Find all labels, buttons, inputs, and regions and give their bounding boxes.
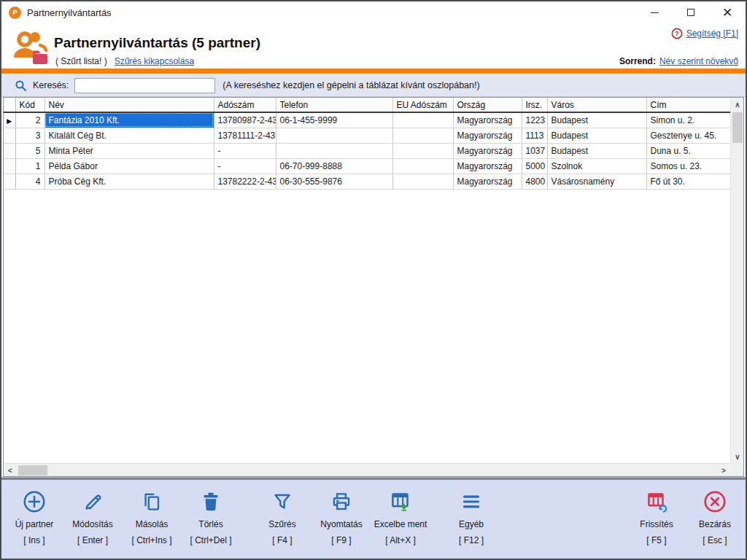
horizontal-scroll-thumb[interactable]	[18, 465, 47, 475]
cell-orszag: Magyarország	[453, 143, 522, 158]
trash-icon	[198, 489, 224, 515]
copy-icon	[139, 489, 165, 515]
row-selector	[4, 174, 15, 189]
cell-adoszam: -	[214, 143, 276, 158]
cell-telefon: 06-70-999-8888	[276, 158, 392, 174]
table-row[interactable]: 1 Példa Gábor - 06-70-999-8888 Magyarors…	[4, 158, 730, 174]
cell-cim: Somos u. 23.	[646, 158, 730, 174]
col-header-irsz[interactable]: Irsz.	[522, 98, 547, 112]
horizontal-scrollbar[interactable]: < >	[4, 463, 730, 476]
table-row[interactable]: 3 Kitalált Cég Bt. 13781111-2-43 Magyaro…	[4, 128, 730, 143]
col-header-kod[interactable]: Kód	[15, 98, 44, 112]
help-icon: ?	[671, 28, 683, 39]
maximize-button[interactable]	[673, 1, 709, 23]
cell-nev: Minta Péter	[44, 143, 214, 158]
close-icon: ✕	[722, 7, 732, 19]
refresh-button[interactable]: Frissítés [ F5 ]	[626, 487, 687, 554]
table-row[interactable]: 4 Próba Cég Kft. 13782222-2-43 06-30-555…	[4, 174, 730, 189]
print-button[interactable]: Nyomtatás [ F9 ]	[311, 487, 372, 554]
col-header-nev[interactable]: Név	[44, 98, 214, 112]
other-button[interactable]: Egyéb [ F12 ]	[441, 487, 502, 554]
accent-divider	[1, 69, 746, 74]
cell-adoszam: 13782222-2-43	[214, 174, 276, 189]
cell-adoszam: -	[214, 158, 276, 174]
titlebar: P Partnernyilvántartás ✕	[1, 1, 746, 23]
new-partner-button[interactable]: Új partner [ Ins ]	[4, 487, 65, 554]
row-selector	[4, 128, 15, 143]
cell-kod: 3	[15, 128, 44, 143]
menu-lines-icon	[458, 489, 484, 515]
cell-kod: 5	[15, 143, 44, 158]
col-header-adoszam[interactable]: Adószám	[214, 98, 276, 112]
cell-orszag: Magyarország	[453, 112, 522, 128]
close-window-button[interactable]: Bezárás [ Esc ]	[684, 487, 746, 554]
col-header-cim[interactable]: Cím	[646, 98, 730, 112]
scrollbar-corner	[730, 463, 743, 476]
scroll-right-icon[interactable]: >	[717, 464, 730, 477]
cell-varos: Budapest	[547, 128, 646, 143]
cell-eu-adoszam	[392, 112, 453, 128]
cell-kod: 1	[15, 158, 44, 174]
cell-irsz: 1113	[522, 128, 547, 143]
col-header-varos[interactable]: Város	[547, 98, 646, 112]
cell-cim: Duna u. 5.	[646, 143, 730, 158]
app-window: P Partnernyilvántartás ✕ Partnernyilvánt…	[0, 0, 747, 560]
scroll-up-icon[interactable]: ∧	[731, 98, 744, 111]
sort-label: Sorrend:	[619, 56, 656, 66]
cell-eu-adoszam	[392, 158, 453, 174]
app-logo-icon: P	[9, 7, 21, 19]
cell-orszag: Magyarország	[453, 128, 522, 143]
col-header-telefon[interactable]: Telefon	[276, 98, 392, 112]
cell-varos: Vásárosnamény	[547, 174, 646, 189]
maximize-icon	[687, 9, 694, 16]
row-selector	[4, 158, 15, 174]
table-header-row: Kód Név Adószám Telefon EU Adószám Orszá…	[4, 98, 730, 112]
cell-nev: Kitalált Cég Bt.	[44, 128, 214, 143]
table-row[interactable]: ▶ 2 Fantázia 2010 Kft. 13780987-2-43 06-…	[4, 112, 730, 128]
minimize-icon	[651, 12, 659, 13]
cell-cim: Fő út 30.	[646, 174, 730, 189]
cell-orszag: Magyarország	[453, 174, 522, 189]
search-input[interactable]	[74, 78, 215, 93]
row-selector	[4, 143, 15, 158]
cell-telefon: 06-30-555-9876	[276, 174, 392, 189]
delete-button[interactable]: Törlés [ Ctrl+Del ]	[180, 487, 241, 554]
table-row[interactable]: 5 Minta Péter - Magyarország 1037 Budape…	[4, 143, 730, 158]
funnel-icon	[269, 489, 295, 515]
cell-eu-adoszam	[392, 128, 453, 143]
scroll-down-icon[interactable]: ∨	[731, 450, 744, 463]
cell-telefon: 06-1-455-9999	[276, 112, 392, 128]
vertical-scrollbar[interactable]: ∧ ∨	[730, 98, 743, 463]
export-excel-button[interactable]: Excelbe ment [ Alt+X ]	[368, 487, 433, 554]
cell-kod: 4	[15, 174, 44, 189]
search-label: Keresés:	[33, 80, 69, 90]
svg-text:?: ?	[675, 29, 679, 37]
minimize-button[interactable]	[636, 1, 673, 23]
help-link[interactable]: Segítség [F1]	[686, 28, 738, 39]
search-bar: Keresés: (A kereséshez kezdjen el gépeln…	[1, 74, 746, 97]
table-export-icon	[387, 489, 414, 515]
vertical-scroll-thumb[interactable]	[732, 112, 743, 143]
cell-eu-adoszam	[392, 143, 453, 158]
scroll-left-icon[interactable]: <	[4, 464, 17, 477]
bottom-toolbar: Új partner [ Ins ] Módosítás [ Enter ] M…	[1, 480, 746, 559]
cell-irsz: 1223	[522, 112, 547, 128]
row-selector-header	[4, 98, 15, 112]
cell-nev: Próba Cég Kft.	[44, 174, 214, 189]
col-header-orszag[interactable]: Ország	[453, 98, 522, 112]
filter-button[interactable]: Szűrés [ F4 ]	[252, 487, 313, 554]
cell-varos: Budapest	[547, 143, 646, 158]
cell-irsz: 1037	[522, 143, 547, 158]
cell-varos: Szolnok	[547, 158, 646, 174]
filter-off-link[interactable]: Szűrés kikapcsolása	[115, 56, 194, 66]
cell-cim: Gesztenye u. 45.	[646, 128, 730, 143]
plus-circle-icon	[21, 489, 47, 515]
page-title: Partnernyilvántartás (5 partner)	[54, 35, 260, 51]
col-header-eu-adoszam[interactable]: EU Adószám	[392, 98, 453, 112]
pencil-icon	[80, 489, 106, 515]
edit-button[interactable]: Módosítás [ Enter ]	[62, 487, 123, 554]
window-title: Partnernyilvántartás	[27, 7, 112, 18]
sort-order-link[interactable]: Név szerint növekvő	[659, 56, 738, 66]
close-button[interactable]: ✕	[709, 1, 746, 23]
copy-button[interactable]: Másolás [ Ctrl+Ins ]	[121, 487, 182, 554]
